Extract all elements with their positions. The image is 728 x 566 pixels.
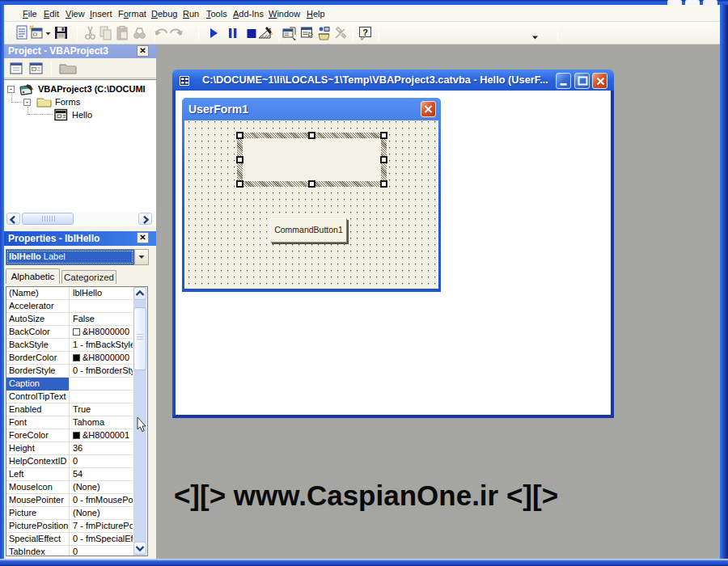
svg-text:?: ? xyxy=(362,27,368,37)
